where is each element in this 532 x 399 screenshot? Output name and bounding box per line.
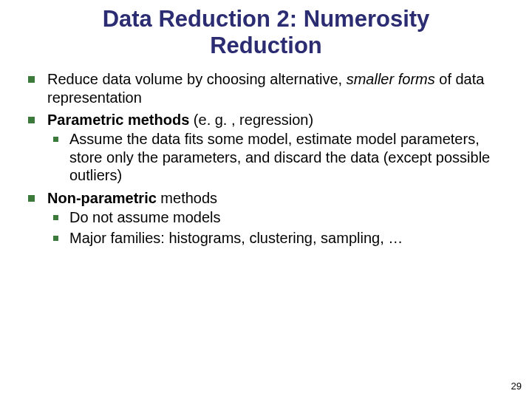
bullet-3: Non-parametric methods Do not assume mod… [22, 189, 510, 248]
bullet-2-sublist: Assume the data fits some model, estimat… [47, 130, 510, 184]
title-line-2: Reduction [210, 33, 322, 58]
slide-title: Data Reduction 2: Numerosity Reduction [0, 0, 532, 58]
bullet-2-post: (e. g. , regression) [189, 112, 313, 128]
bullet-3-sub-1: Do not assume models [47, 208, 510, 226]
bullet-2-sub-1-text: Assume the data fits some model, estimat… [69, 131, 490, 183]
bullet-1: Reduce data volume by choosing alternati… [22, 70, 510, 106]
bullet-2-bold: Parametric methods [47, 112, 189, 128]
bullet-3-sub-1-text: Do not assume models [69, 209, 221, 225]
page-number: 29 [511, 381, 522, 392]
bullet-3-bold: Non-parametric [47, 190, 157, 206]
slide: Data Reduction 2: Numerosity Reduction R… [0, 0, 532, 399]
bullet-3-sub-2-text: Major families: histograms, clustering, … [69, 230, 403, 246]
bullet-1-text-pre: Reduce data volume by choosing alternati… [47, 71, 347, 87]
bullet-2-sub-1: Assume the data fits some model, estimat… [47, 130, 510, 184]
bullet-list: Reduce data volume by choosing alternati… [22, 70, 510, 248]
bullet-3-sublist: Do not assume models Major families: his… [47, 208, 510, 248]
bullet-1-italic-1: smaller [347, 71, 394, 87]
bullet-2: Parametric methods (e. g. , regression) … [22, 111, 510, 185]
slide-body: Reduce data volume by choosing alternati… [0, 58, 532, 248]
bullet-1-italic-2: forms [398, 71, 435, 87]
bullet-3-post: methods [157, 190, 217, 206]
title-line-1: Data Reduction 2: Numerosity [103, 6, 430, 32]
bullet-3-sub-2: Major families: histograms, clustering, … [47, 229, 510, 247]
